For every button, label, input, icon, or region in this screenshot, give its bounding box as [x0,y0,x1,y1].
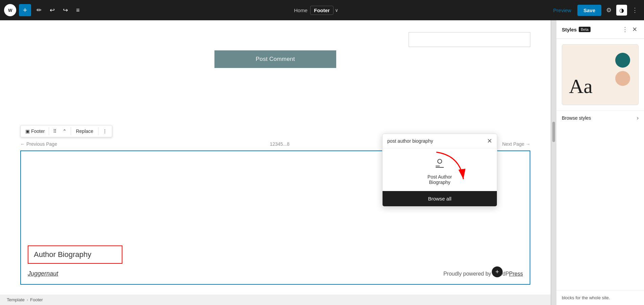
template-label: Template [7,297,25,302]
comment-input[interactable] [409,32,530,47]
sidebar-header-icons: ⋮ ✕ [621,24,639,34]
prev-page-link[interactable]: ← Previous Page [20,141,57,147]
browse-all-button[interactable]: Browse all [383,191,497,206]
bottom-breadcrumb: Template › Footer [0,295,551,305]
breadcrumb-sep-icon: › [27,297,28,302]
post-author-bio-icon [432,155,448,171]
toolbar-right: Preview Save ⚙ ◑ ⋮ [550,4,640,16]
browse-styles-row[interactable]: Browse styles › [556,111,644,125]
color-mode-button[interactable]: ◑ [616,5,627,16]
teal-circle [615,53,630,68]
style-card[interactable]: Aa [562,44,639,105]
sidebar-title: Styles [562,27,577,32]
sidebar-bottom-text: blocks for the whole site. [556,290,644,305]
breadcrumb-home[interactable]: Home [294,7,307,13]
menu-button[interactable]: ≡ [73,5,83,16]
post-comment-button[interactable]: Post Comment [214,50,336,68]
site-name: Juggernaut [28,270,58,277]
more-options-button[interactable]: ⋮ [630,4,640,16]
block-inserter-close-button[interactable]: ✕ [487,137,492,145]
toolbar-separator [49,127,49,135]
post-comment-section: Post Comment [0,25,551,75]
scrollbar-thumb [552,122,555,142]
page-numbers[interactable]: 12345...8 [270,141,290,147]
svg-text:W: W [8,8,13,13]
add-block-button[interactable]: + [19,4,31,16]
block-inserter-search-area: ✕ [383,134,497,148]
next-page-link[interactable]: Next Page → [502,141,530,147]
sidebar-title-area: Styles Beta [562,27,591,32]
add-block-inner-button[interactable]: + [492,266,503,277]
redo-button[interactable]: ↪ [60,4,71,16]
sidebar-close-button[interactable]: ✕ [631,24,639,34]
preview-button[interactable]: Preview [550,5,575,15]
chevron-down-icon[interactable]: ∨ [335,7,338,13]
block-toolbar: ▣ Footer ⠿ ⌃ Replace ⋮ [20,125,112,137]
peach-circle [615,71,630,86]
wordpress-link[interactable]: Press [509,271,523,277]
author-bio-label: Author Biography [34,250,91,259]
footer-icon: ▣ [25,128,30,134]
block-more-button[interactable]: ⋮ [100,127,110,136]
sidebar-header: Styles Beta ⋮ ✕ [556,20,644,39]
main-toolbar: W + ✏ ↩ ↪ ≡ Home Footer ∨ Preview Save ⚙… [0,0,644,20]
settings-button[interactable]: ⚙ [604,4,614,16]
sidebar-more-button[interactable]: ⋮ [621,24,629,34]
replace-button[interactable]: Replace [72,127,96,136]
undo-button[interactable]: ↩ [47,4,58,16]
breadcrumb-footer[interactable]: Footer [310,6,334,15]
block-inserter-content: Post AuthorBiography [383,148,497,188]
svg-point-2 [438,159,442,163]
footer-label: Footer [31,128,45,134]
browse-styles-chevron-icon: › [637,115,639,121]
save-button[interactable]: Save [577,5,601,16]
canvas-scrollbar[interactable] [551,20,556,305]
footer-content: Juggernaut Proudly powered by WordPPress [28,270,523,277]
wp-logo[interactable]: W [4,4,16,16]
browse-styles-label: Browse styles [562,115,591,121]
powered-by: Proudly powered by WordPPress [443,271,523,277]
edit-button[interactable]: ✏ [34,4,44,16]
footer-label: Footer [30,297,43,302]
block-search-input[interactable] [387,138,484,144]
style-card-text: Aa [569,75,593,98]
footer-block-icon[interactable]: ▣ Footer [23,127,47,136]
toolbar-separator-3 [98,127,98,135]
breadcrumb: Home Footer ∨ [85,6,547,15]
drag-handle[interactable]: ⠿ [50,127,59,136]
sidebar-beta-badge: Beta [579,27,591,32]
author-bio-box[interactable]: Author Biography [28,245,122,264]
toolbar-separator-2 [71,127,71,135]
block-inserter-popup: ✕ Post AuthorBiography Browse all [382,134,497,207]
move-arrows[interactable]: ⌃ [60,127,69,136]
post-author-bio-label: Post AuthorBiography [428,174,452,185]
styles-sidebar: Styles Beta ⋮ ✕ Aa Browse styles › block… [556,20,644,305]
